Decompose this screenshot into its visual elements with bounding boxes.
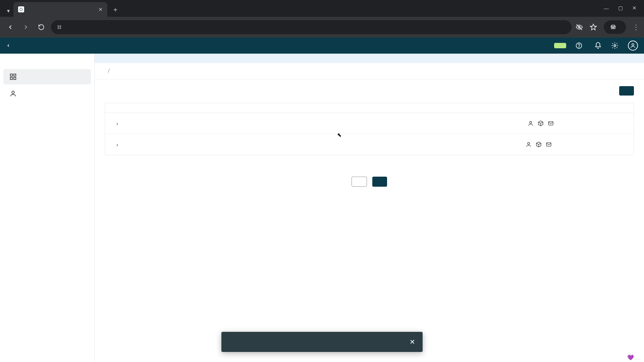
cell-usage [524, 120, 591, 126]
page-body: › [95, 79, 644, 362]
cell-usage [524, 141, 591, 147]
svg-point-5 [614, 45, 616, 47]
eye-off-icon[interactable] [576, 23, 583, 31]
toast-close-icon[interactable]: ✕ [410, 338, 415, 346]
svg-point-4 [579, 47, 579, 47]
incognito-chip[interactable] [604, 20, 626, 34]
help-circle-icon [576, 42, 582, 49]
browser-chrome: ▾ ⎔ ✕ ＋ — ▢ ✕ [0, 0, 644, 38]
exit-settings-link[interactable] [6, 43, 13, 48]
sidebar-workspace-item[interactable] [0, 113, 94, 119]
grid-icon [9, 73, 17, 80]
main-area: / [0, 54, 644, 362]
user-icon [630, 43, 636, 49]
site-info-icon[interactable] [56, 24, 62, 30]
nav-reload-button[interactable] [36, 21, 47, 33]
sidebar-item-account-settings[interactable] [3, 69, 91, 84]
notifications-bell-icon[interactable] [594, 42, 602, 49]
workspaces-table: › [105, 103, 634, 155]
lets-talk-button[interactable] [372, 177, 387, 187]
upgrade-button[interactable] [554, 43, 566, 48]
addr-right-controls: ⋮ [576, 20, 639, 34]
window-controls: — ▢ ✕ [604, 1, 644, 15]
address-row: ⋮ [0, 17, 644, 38]
envelope-icon [546, 141, 552, 147]
app-topbar [0, 38, 644, 54]
svg-rect-7 [10, 74, 12, 76]
chevron-left-icon [6, 43, 11, 48]
envelope-icon [548, 120, 554, 126]
sidebar-item-personal-settings[interactable] [3, 86, 91, 101]
toast-notification: ✕ [221, 332, 423, 352]
svg-point-1 [611, 27, 613, 29]
favicon-icon: ⎔ [18, 6, 24, 12]
add-workspace-button[interactable] [619, 86, 634, 96]
window-minimize-icon[interactable]: — [604, 5, 609, 11]
svg-rect-9 [10, 77, 12, 79]
svg-point-6 [632, 44, 634, 46]
browser-menu-icon[interactable]: ⋮ [633, 23, 639, 31]
tab-search-dropdown[interactable]: ▾ [3, 5, 13, 17]
made-with-text: 💜 [627, 354, 634, 360]
cube-icon [538, 120, 544, 126]
heart-icon: 💜 [627, 354, 634, 361]
chevron-right-icon: › [116, 121, 118, 126]
sidebar [0, 54, 95, 362]
svg-point-12 [530, 121, 532, 123]
page-footer: 💜 [105, 354, 634, 360]
compare-plans-button[interactable] [352, 177, 367, 187]
cube-icon [536, 141, 542, 147]
page-header [105, 86, 634, 96]
svg-rect-8 [14, 74, 16, 76]
window-close-icon[interactable]: ✕ [632, 5, 637, 11]
window-maximize-icon[interactable]: ▢ [618, 5, 623, 11]
table-row: › [105, 113, 634, 134]
premium-upsell [105, 155, 634, 190]
sidebar-heading-workspace-settings [0, 103, 94, 113]
table-header-row [105, 103, 634, 113]
workspace-name-link[interactable]: › [114, 121, 269, 126]
table-row: › [105, 134, 634, 155]
svg-point-11 [12, 91, 14, 94]
workspace-name-link[interactable]: › [114, 142, 269, 147]
sidebar-title [0, 59, 94, 68]
svg-rect-10 [14, 77, 16, 79]
address-bar[interactable] [51, 20, 572, 34]
people-icon [526, 141, 532, 147]
svg-point-14 [528, 142, 530, 144]
breadcrumb-separator: / [108, 68, 110, 74]
info-banner [95, 54, 644, 63]
content-pane: / [95, 54, 644, 362]
svg-point-2 [613, 27, 615, 29]
need-help-link[interactable] [576, 42, 585, 49]
tab-close-icon[interactable]: ✕ [98, 6, 103, 13]
settings-gear-icon[interactable] [611, 42, 619, 49]
user-icon [9, 90, 17, 97]
bookmark-star-icon[interactable] [590, 23, 597, 31]
incognito-icon [610, 24, 616, 31]
nav-back-button[interactable] [5, 21, 16, 33]
app-root: / [0, 38, 644, 362]
nav-forward-button[interactable] [20, 21, 32, 33]
browser-tab[interactable]: ⎔ ✕ [13, 2, 107, 17]
new-tab-button[interactable]: ＋ [109, 3, 121, 15]
sidebar-workspace-item[interactable] [0, 119, 94, 126]
people-icon [528, 120, 534, 126]
chevron-right-icon: › [116, 142, 118, 147]
tab-strip: ▾ ⎔ ✕ ＋ — ▢ ✕ [0, 0, 644, 17]
user-avatar-button[interactable] [628, 41, 638, 51]
breadcrumb: / [95, 63, 644, 79]
